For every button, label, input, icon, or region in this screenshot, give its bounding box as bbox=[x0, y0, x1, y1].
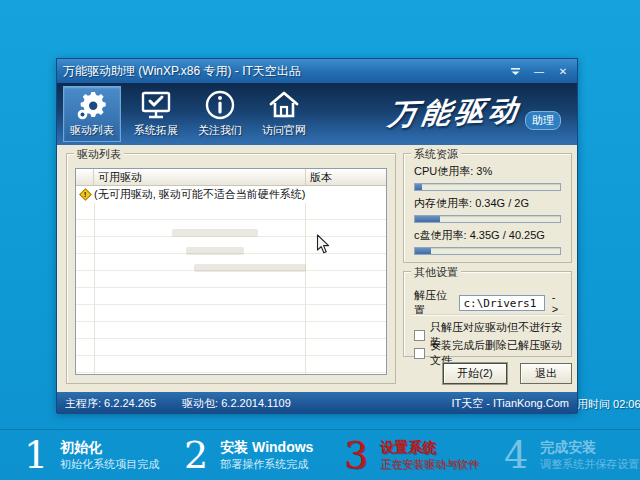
statusbar: 主程序: 6.2.24.265 驱动包: 6.2.2014.1109 IT天空 … bbox=[57, 392, 577, 414]
column-header-version[interactable]: 版本 bbox=[306, 169, 386, 185]
step-install-windows: 2 安装 Windows 部署操作系统完成 bbox=[160, 430, 320, 480]
extract-path-input[interactable]: c:\Drivers1 bbox=[459, 295, 544, 311]
memory-meter: 内存使用率: 0.34G / 2G bbox=[414, 196, 561, 223]
column-header-drivers[interactable]: 可用驱动 bbox=[94, 169, 306, 185]
table-row[interactable]: ! (无可用驱动, 驱动可能不适合当前硬件系统) bbox=[76, 186, 386, 203]
brand-logo: 万能驱动 助理 bbox=[389, 93, 561, 133]
driver-list-group-label: 驱动列表 bbox=[74, 147, 124, 162]
driver-pack-version: 驱动包: 6.2.2014.1109 bbox=[182, 396, 291, 411]
cpu-label: CPU使用率: bbox=[414, 165, 473, 177]
no-driver-message: (无可用驱动, 驱动可能不适合当前硬件系统) bbox=[94, 187, 306, 202]
other-settings-group-label: 其他设置 bbox=[411, 265, 461, 280]
window-title: 万能驱动助理 (WinXP.x86 专用) - IT天空出品 bbox=[63, 63, 507, 80]
cdrive-label: c盘使用率: bbox=[414, 229, 467, 241]
titlebar[interactable]: 万能驱动助理 (WinXP.x86 专用) - IT天空出品 — ✕ bbox=[57, 59, 577, 83]
step-title: 初始化 bbox=[60, 439, 159, 456]
memory-label: 内存使用率: bbox=[414, 197, 472, 209]
vendor-link[interactable]: IT天空 - ITianKong.Com bbox=[451, 396, 569, 411]
toolbar-item-label: 访问官网 bbox=[262, 123, 306, 137]
driver-table-body bbox=[76, 203, 386, 374]
gears-icon bbox=[75, 87, 109, 123]
start-button[interactable]: 开始(2) bbox=[443, 363, 507, 384]
driver-table[interactable]: 可用驱动 版本 ! (无可用驱动, 驱动可能不适合当前硬件系统) bbox=[75, 168, 387, 375]
step-number: 4 bbox=[504, 435, 528, 475]
system-resources-group-label: 系统资源 bbox=[411, 147, 461, 162]
main-content: 驱动列表 可用驱动 版本 ! (无可用驱动, 驱动可能不适合当前硬件系统) bbox=[57, 145, 577, 392]
settings-divider bbox=[412, 314, 563, 315]
other-settings-group: 其他设置 解压位置 c:\Drivers1 -> 只解压对应驱动但不进行安装 安… bbox=[403, 271, 572, 357]
column-divider bbox=[305, 203, 306, 374]
step-number: 3 bbox=[344, 435, 368, 475]
cdrive-progress-bar bbox=[414, 247, 561, 255]
toolbar-item-visit-website[interactable]: 访问官网 bbox=[255, 86, 313, 142]
memory-progress-bar bbox=[414, 215, 561, 223]
driver-list-group: 驱动列表 可用驱动 版本 ! (无可用驱动, 驱动可能不适合当前硬件系统) bbox=[66, 153, 396, 384]
step-title: 安装 Windows bbox=[220, 439, 313, 456]
exit-button[interactable]: 退出 bbox=[520, 363, 572, 384]
memory-progress-fill bbox=[415, 216, 440, 222]
step-number: 2 bbox=[184, 435, 208, 475]
toolbar: 驱动列表 系统拓展 bbox=[57, 83, 577, 145]
toolbar-item-follow-us[interactable]: 关注我们 bbox=[191, 86, 249, 142]
browse-button[interactable]: -> bbox=[550, 291, 563, 315]
ghost-artifact bbox=[186, 247, 244, 255]
toolbar-item-label: 系统拓展 bbox=[134, 123, 178, 137]
toolbar-item-label: 驱动列表 bbox=[70, 123, 114, 137]
window-controls: — ✕ bbox=[507, 64, 571, 78]
checkbox-icon[interactable] bbox=[414, 348, 425, 359]
toolbar-item-label: 关注我们 bbox=[198, 123, 242, 137]
step-subtitle: 初始化系统项目完成 bbox=[60, 457, 159, 471]
program-version: 主程序: 6.2.24.265 bbox=[65, 396, 156, 411]
home-icon bbox=[267, 87, 301, 123]
step-subtitle: 正在安装驱动与软件 bbox=[380, 457, 479, 471]
driver-table-header: 可用驱动 版本 bbox=[76, 169, 386, 186]
toolbar-item-system-expand[interactable]: 系统拓展 bbox=[127, 86, 185, 142]
toolbar-item-driver-list[interactable]: 驱动列表 bbox=[63, 86, 121, 142]
cpu-value: 3% bbox=[476, 165, 492, 177]
column-header-select[interactable] bbox=[76, 169, 94, 185]
step-number: 1 bbox=[24, 435, 48, 475]
cpu-progress-bar bbox=[414, 183, 561, 191]
memory-value: 0.34G / 2G bbox=[475, 197, 529, 209]
step-initialize: 1 初始化 初始化系统项目完成 bbox=[0, 430, 160, 480]
mouse-cursor-icon bbox=[316, 234, 330, 255]
cdrive-meter: c盘使用率: 4.35G / 40.25G bbox=[414, 228, 561, 255]
step-subtitle: 调整系统并保存设置 bbox=[540, 457, 639, 471]
step-finish-install: 4 完成安装 调整系统并保存设置 bbox=[480, 430, 640, 480]
skin-menu-button[interactable] bbox=[507, 64, 523, 78]
step-subtitle: 部署操作系统完成 bbox=[220, 457, 313, 471]
info-icon bbox=[204, 87, 236, 123]
logo-text: 万能驱动 bbox=[386, 91, 524, 136]
cpu-meter: CPU使用率: 3% bbox=[414, 164, 561, 191]
elapsed-time: 用时间 02:06 bbox=[577, 397, 640, 412]
chevron-down-icon bbox=[510, 67, 521, 76]
step-title: 设置系统 bbox=[380, 439, 479, 456]
step-configure-system: 3 设置系统 正在安装驱动与软件 bbox=[320, 430, 480, 480]
step-title: 完成安装 bbox=[540, 439, 639, 456]
column-divider bbox=[94, 203, 95, 374]
cdrive-progress-fill bbox=[415, 248, 431, 254]
ghost-artifact bbox=[194, 264, 306, 272]
cdrive-value: 4.35G / 40.25G bbox=[470, 229, 545, 241]
desktop: 用时间 02:06 万能驱动助理 (WinXP.x86 专用) - IT天空出品… bbox=[0, 0, 640, 480]
ghost-artifact bbox=[172, 229, 258, 237]
close-button[interactable]: ✕ bbox=[555, 64, 571, 78]
system-resources-group: 系统资源 CPU使用率: 3% 内存使用率: 0.34G / 2G bbox=[403, 153, 572, 263]
deployment-steps: 1 初始化 初始化系统项目完成 2 安装 Windows 部署操作系统完成 3 … bbox=[0, 429, 640, 480]
warning-icon: ! bbox=[79, 188, 92, 201]
minimize-button[interactable]: — bbox=[531, 64, 547, 78]
cpu-progress-fill bbox=[415, 184, 422, 190]
monitor-check-icon bbox=[139, 87, 173, 123]
logo-badge: 助理 bbox=[525, 111, 561, 130]
